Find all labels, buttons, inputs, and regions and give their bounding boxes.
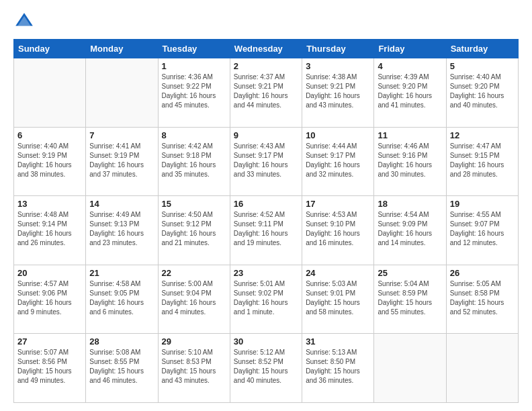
calendar-cell: 18Sunrise: 4:54 AM Sunset: 9:09 PM Dayli…	[374, 196, 446, 265]
day-info: Sunrise: 4:55 AM Sunset: 9:07 PM Dayligh…	[450, 210, 515, 248]
logo	[13, 11, 38, 32]
logo-icon	[13, 11, 35, 32]
calendar-table: SundayMondayTuesdayWednesdayThursdayFrid…	[13, 39, 519, 403]
calendar-cell	[14, 58, 86, 128]
day-number: 25	[378, 268, 442, 278]
calendar-header-sunday: Sunday	[14, 40, 86, 58]
day-info: Sunrise: 5:10 AM Sunset: 8:53 PM Dayligh…	[162, 348, 226, 385]
calendar-cell: 3Sunrise: 4:38 AM Sunset: 9:21 PM Daylig…	[302, 58, 374, 128]
calendar-header-monday: Monday	[86, 40, 158, 58]
calendar-cell: 24Sunrise: 5:03 AM Sunset: 9:01 PM Dayli…	[302, 265, 374, 334]
day-info: Sunrise: 4:47 AM Sunset: 9:15 PM Dayligh…	[450, 142, 515, 179]
calendar-cell	[374, 334, 446, 403]
day-number: 9	[234, 130, 298, 140]
calendar-cell: 20Sunrise: 4:57 AM Sunset: 9:06 PM Dayli…	[14, 265, 86, 334]
day-info: Sunrise: 4:40 AM Sunset: 9:20 PM Dayligh…	[450, 73, 515, 110]
calendar-cell: 5Sunrise: 4:40 AM Sunset: 9:20 PM Daylig…	[446, 58, 518, 128]
calendar-cell: 22Sunrise: 5:00 AM Sunset: 9:04 PM Dayli…	[158, 265, 230, 334]
day-number: 27	[17, 336, 82, 347]
calendar-cell: 17Sunrise: 4:53 AM Sunset: 9:10 PM Dayli…	[302, 196, 374, 265]
day-number: 10	[306, 130, 370, 140]
day-number: 22	[162, 268, 226, 278]
day-info: Sunrise: 4:53 AM Sunset: 9:10 PM Dayligh…	[306, 210, 370, 248]
day-number: 21	[89, 268, 154, 278]
day-number: 24	[306, 268, 370, 278]
day-info: Sunrise: 4:48 AM Sunset: 9:14 PM Dayligh…	[17, 210, 82, 248]
day-info: Sunrise: 4:50 AM Sunset: 9:12 PM Dayligh…	[162, 210, 226, 248]
calendar-cell: 2Sunrise: 4:37 AM Sunset: 9:21 PM Daylig…	[230, 58, 302, 128]
day-info: Sunrise: 4:39 AM Sunset: 9:20 PM Dayligh…	[378, 73, 442, 110]
calendar-cell: 23Sunrise: 5:01 AM Sunset: 9:02 PM Dayli…	[230, 265, 302, 334]
calendar-header-thursday: Thursday	[302, 40, 374, 58]
calendar-cell: 30Sunrise: 5:12 AM Sunset: 8:52 PM Dayli…	[230, 334, 302, 403]
day-info: Sunrise: 4:43 AM Sunset: 9:17 PM Dayligh…	[234, 142, 298, 179]
calendar-week-4: 27Sunrise: 5:07 AM Sunset: 8:56 PM Dayli…	[14, 334, 519, 403]
calendar-cell: 6Sunrise: 4:40 AM Sunset: 9:19 PM Daylig…	[14, 127, 86, 196]
day-number: 13	[17, 199, 82, 209]
calendar-cell: 1Sunrise: 4:36 AM Sunset: 9:22 PM Daylig…	[158, 58, 230, 128]
calendar-cell: 31Sunrise: 5:13 AM Sunset: 8:50 PM Dayli…	[302, 334, 374, 403]
day-info: Sunrise: 5:00 AM Sunset: 9:04 PM Dayligh…	[162, 279, 226, 317]
day-number: 6	[17, 130, 82, 140]
day-number: 2	[234, 61, 298, 71]
day-number: 29	[162, 336, 226, 347]
day-info: Sunrise: 4:58 AM Sunset: 9:05 PM Dayligh…	[89, 279, 154, 317]
day-info: Sunrise: 4:49 AM Sunset: 9:13 PM Dayligh…	[89, 210, 154, 248]
calendar-week-0: 1Sunrise: 4:36 AM Sunset: 9:22 PM Daylig…	[14, 58, 519, 128]
day-number: 19	[450, 199, 515, 209]
day-number: 30	[234, 336, 298, 347]
calendar-week-1: 6Sunrise: 4:40 AM Sunset: 9:19 PM Daylig…	[14, 127, 519, 196]
calendar-cell: 21Sunrise: 4:58 AM Sunset: 9:05 PM Dayli…	[86, 265, 158, 334]
calendar-cell: 15Sunrise: 4:50 AM Sunset: 9:12 PM Dayli…	[158, 196, 230, 265]
calendar-cell: 16Sunrise: 4:52 AM Sunset: 9:11 PM Dayli…	[230, 196, 302, 265]
calendar-cell: 26Sunrise: 5:05 AM Sunset: 8:58 PM Dayli…	[446, 265, 518, 334]
calendar-cell	[446, 334, 518, 403]
page: SundayMondayTuesdayWednesdayThursdayFrid…	[0, 0, 532, 411]
day-number: 12	[450, 130, 515, 140]
calendar-cell: 14Sunrise: 4:49 AM Sunset: 9:13 PM Dayli…	[86, 196, 158, 265]
day-info: Sunrise: 4:42 AM Sunset: 9:18 PM Dayligh…	[162, 142, 226, 179]
day-info: Sunrise: 4:57 AM Sunset: 9:06 PM Dayligh…	[17, 279, 82, 317]
calendar-cell: 4Sunrise: 4:39 AM Sunset: 9:20 PM Daylig…	[374, 58, 446, 128]
day-info: Sunrise: 4:46 AM Sunset: 9:16 PM Dayligh…	[378, 142, 442, 179]
day-info: Sunrise: 5:13 AM Sunset: 8:50 PM Dayligh…	[306, 348, 370, 385]
calendar-cell: 8Sunrise: 4:42 AM Sunset: 9:18 PM Daylig…	[158, 127, 230, 196]
day-info: Sunrise: 5:07 AM Sunset: 8:56 PM Dayligh…	[17, 348, 82, 385]
header	[13, 11, 519, 32]
calendar-cell: 25Sunrise: 5:04 AM Sunset: 8:59 PM Dayli…	[374, 265, 446, 334]
calendar-header-row: SundayMondayTuesdayWednesdayThursdayFrid…	[14, 40, 519, 58]
day-info: Sunrise: 5:04 AM Sunset: 8:59 PM Dayligh…	[378, 279, 442, 317]
calendar-header-wednesday: Wednesday	[230, 40, 302, 58]
calendar-week-3: 20Sunrise: 4:57 AM Sunset: 9:06 PM Dayli…	[14, 265, 519, 334]
day-number: 3	[306, 61, 370, 71]
day-number: 28	[89, 336, 154, 347]
day-number: 16	[234, 199, 298, 209]
calendar-cell: 9Sunrise: 4:43 AM Sunset: 9:17 PM Daylig…	[230, 127, 302, 196]
day-number: 17	[306, 199, 370, 209]
day-info: Sunrise: 4:38 AM Sunset: 9:21 PM Dayligh…	[306, 73, 370, 110]
day-number: 31	[306, 336, 370, 347]
day-number: 5	[450, 61, 515, 71]
day-info: Sunrise: 4:37 AM Sunset: 9:21 PM Dayligh…	[234, 73, 298, 110]
day-number: 14	[89, 199, 154, 209]
calendar-cell: 13Sunrise: 4:48 AM Sunset: 9:14 PM Dayli…	[14, 196, 86, 265]
calendar-cell	[86, 58, 158, 128]
day-info: Sunrise: 4:40 AM Sunset: 9:19 PM Dayligh…	[17, 142, 82, 179]
calendar-cell: 27Sunrise: 5:07 AM Sunset: 8:56 PM Dayli…	[14, 334, 86, 403]
calendar-header-friday: Friday	[374, 40, 446, 58]
day-number: 7	[89, 130, 154, 140]
day-info: Sunrise: 5:08 AM Sunset: 8:55 PM Dayligh…	[89, 348, 154, 385]
day-info: Sunrise: 5:03 AM Sunset: 9:01 PM Dayligh…	[306, 279, 370, 317]
day-number: 8	[162, 130, 226, 140]
day-info: Sunrise: 4:44 AM Sunset: 9:17 PM Dayligh…	[306, 142, 370, 179]
day-number: 23	[234, 268, 298, 278]
calendar-cell: 10Sunrise: 4:44 AM Sunset: 9:17 PM Dayli…	[302, 127, 374, 196]
day-info: Sunrise: 4:52 AM Sunset: 9:11 PM Dayligh…	[234, 210, 298, 248]
calendar-header-saturday: Saturday	[446, 40, 518, 58]
day-info: Sunrise: 4:41 AM Sunset: 9:19 PM Dayligh…	[89, 142, 154, 179]
day-number: 11	[378, 130, 442, 140]
calendar-cell: 7Sunrise: 4:41 AM Sunset: 9:19 PM Daylig…	[86, 127, 158, 196]
day-info: Sunrise: 5:12 AM Sunset: 8:52 PM Dayligh…	[234, 348, 298, 385]
day-number: 4	[378, 61, 442, 71]
calendar-cell: 11Sunrise: 4:46 AM Sunset: 9:16 PM Dayli…	[374, 127, 446, 196]
